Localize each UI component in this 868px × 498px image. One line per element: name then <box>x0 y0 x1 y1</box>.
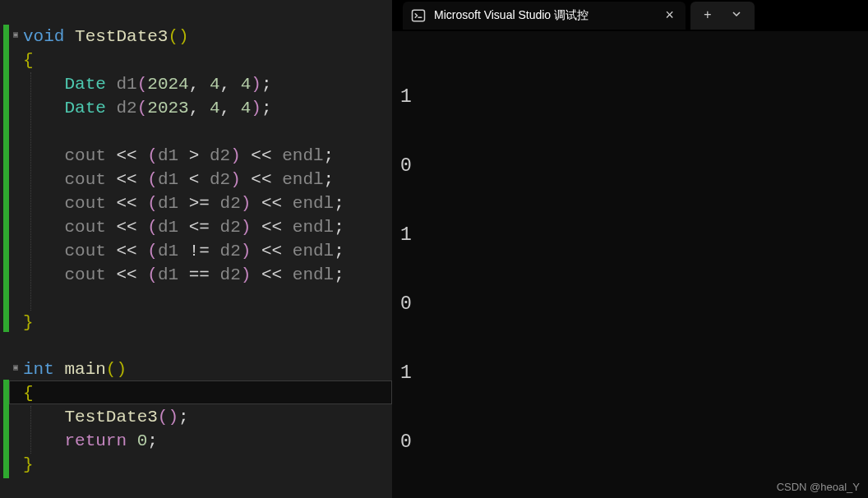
terminal-output[interactable]: 1 0 1 0 1 0 D:\gitee_depot\cplusplus_fou… <box>400 39 868 498</box>
type: Date <box>64 99 105 118</box>
new-tab-button[interactable]: + <box>694 5 722 26</box>
terminal-tab[interactable]: Microsoft Visual Studio 调试控 × <box>403 2 686 30</box>
terminal-icon <box>411 8 426 23</box>
cout: cout <box>64 170 105 189</box>
cout: cout <box>64 218 105 237</box>
cout: cout <box>64 242 105 261</box>
function-name: TestDate3 <box>75 27 168 46</box>
number: 2023 <box>147 99 188 118</box>
number: 4 <box>241 75 252 94</box>
tab-bar: Microsoft Visual Studio 调试控 × + <box>392 0 868 31</box>
watermark: CSDN @heoal_Y <box>777 481 860 493</box>
variable: d2 <box>116 99 136 118</box>
code-editor[interactable]: ▣ ▣ void TestDate3() { Date d1(2024, 4, … <box>0 0 392 498</box>
keyword: void <box>23 27 64 46</box>
terminal-window: Microsoft Visual Studio 调试控 × + 1 0 1 0 … <box>392 0 868 498</box>
paren: ( <box>168 27 178 46</box>
tab-title: Microsoft Visual Studio 调试控 <box>434 8 655 23</box>
close-icon[interactable]: × <box>662 7 677 24</box>
cout: cout <box>64 146 105 165</box>
svg-rect-0 <box>413 10 425 21</box>
paren: ) <box>251 75 261 94</box>
keyword: return <box>64 431 127 450</box>
output-line: 0 <box>400 154 868 178</box>
code-text[interactable]: void TestDate3() { Date d1(2024, 4, 4); … <box>0 0 392 498</box>
paren: ( <box>158 408 169 427</box>
number: 4 <box>241 99 252 118</box>
brace: } <box>23 455 34 474</box>
paren: ) <box>178 27 189 46</box>
number: 4 <box>210 75 220 94</box>
output-line: 0 <box>400 293 868 316</box>
number: 4 <box>210 99 220 118</box>
brace: { <box>23 51 34 70</box>
brace: { <box>23 384 34 403</box>
number: 0 <box>137 431 148 450</box>
paren: ( <box>137 75 148 94</box>
paren: ) <box>116 360 127 379</box>
paren: ( <box>106 360 117 379</box>
paren: ) <box>168 408 178 427</box>
variable: d1 <box>116 75 136 94</box>
paren: ) <box>251 99 261 118</box>
cout: cout <box>64 265 105 284</box>
cout: cout <box>64 194 105 213</box>
output-line: 1 <box>400 224 868 247</box>
keyword: int <box>23 360 54 379</box>
tab-actions: + <box>690 2 755 30</box>
paren: ( <box>137 99 148 118</box>
type: Date <box>64 75 105 94</box>
tab-spacer <box>392 0 403 31</box>
brace: } <box>23 313 34 332</box>
output-line: 1 <box>400 362 868 385</box>
output-line: 1 <box>400 85 868 108</box>
function-name: main <box>64 360 105 379</box>
number: 2024 <box>147 75 188 94</box>
output-line: 0 <box>400 431 868 454</box>
dropdown-icon[interactable] <box>722 6 751 25</box>
function-call: TestDate3 <box>64 408 157 427</box>
